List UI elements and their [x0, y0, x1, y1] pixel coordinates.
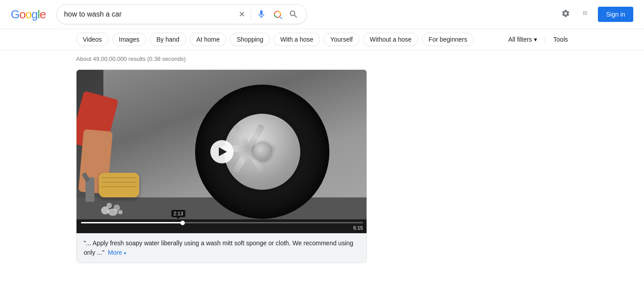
time-tooltip: 2:13: [171, 210, 185, 217]
wheel-hub: [253, 143, 271, 161]
apps-button[interactable]: [578, 6, 593, 23]
all-filters-label: All filters: [508, 36, 532, 43]
chip-with-a-hose[interactable]: With a hose: [273, 33, 320, 46]
lens-search-button[interactable]: [272, 9, 283, 20]
chip-for-beginners[interactable]: For beginners: [422, 33, 474, 46]
chip-without-a-hose[interactable]: Without a hose: [363, 33, 418, 46]
filter-divider: |: [544, 35, 546, 44]
search-bar: ✕: [56, 4, 307, 24]
sponge: [99, 173, 139, 197]
gear-icon: [561, 9, 570, 18]
search-icon: [289, 9, 299, 19]
progress-fill: [81, 222, 183, 223]
close-icon: ✕: [239, 9, 245, 19]
progress-bar[interactable]: 2:13: [81, 222, 363, 223]
video-thumbnail[interactable]: 2:13 6:15: [77, 70, 367, 233]
chip-shopping[interactable]: Shopping: [230, 33, 270, 46]
filters-row: Videos Images By hand At home Shopping W…: [0, 29, 644, 50]
divider: [251, 9, 251, 19]
video-card: 2:13 6:15 "... Apply fresh soapy water l…: [76, 69, 367, 263]
search-icons: ✕: [238, 9, 299, 20]
voice-search-button[interactable]: [256, 9, 267, 20]
chevron-down-icon: ▾: [124, 251, 126, 256]
chip-by-hand[interactable]: By hand: [149, 33, 186, 46]
video-description: "... Apply fresh soapy water liberally u…: [77, 233, 367, 263]
all-filters-button[interactable]: All filters ▾: [508, 36, 537, 43]
person-arm: [77, 94, 175, 206]
chevron-down-icon: ▾: [534, 36, 537, 43]
video-controls: 2:13 6:15: [77, 219, 367, 233]
chip-at-home[interactable]: At home: [190, 33, 226, 46]
chip-images[interactable]: Images: [112, 33, 146, 46]
more-link[interactable]: More ▾: [108, 249, 126, 256]
time-display: 6:15: [81, 225, 363, 231]
chip-videos[interactable]: Videos: [76, 33, 109, 46]
chip-yourself[interactable]: Yourself: [324, 33, 359, 46]
settings-button[interactable]: [559, 6, 573, 23]
sign-in-button[interactable]: Sign in: [598, 7, 633, 22]
filters-right: All filters ▾ | Tools: [508, 35, 568, 44]
header-right: Sign in: [559, 6, 633, 23]
google-logo[interactable]: Google: [11, 8, 46, 21]
play-button[interactable]: [210, 140, 234, 163]
wheel-rim: [224, 114, 300, 190]
header: Google ✕: [0, 0, 644, 29]
logo-text: Google: [11, 8, 46, 21]
search-button[interactable]: [288, 9, 299, 20]
results-area: About 49,00,00,000 results (0.38 seconds…: [0, 50, 644, 274]
search-input[interactable]: [64, 10, 233, 18]
mic-icon: [256, 9, 266, 19]
play-icon: [219, 147, 227, 156]
clear-search-button[interactable]: ✕: [238, 9, 246, 20]
results-count: About 49,00,00,000 results (0.38 seconds…: [76, 56, 568, 62]
progress-thumb: [180, 221, 185, 225]
tools-button[interactable]: Tools: [553, 36, 568, 43]
more-label: More: [108, 249, 122, 256]
apps-icon: [581, 9, 590, 18]
lens-icon: [273, 9, 282, 19]
